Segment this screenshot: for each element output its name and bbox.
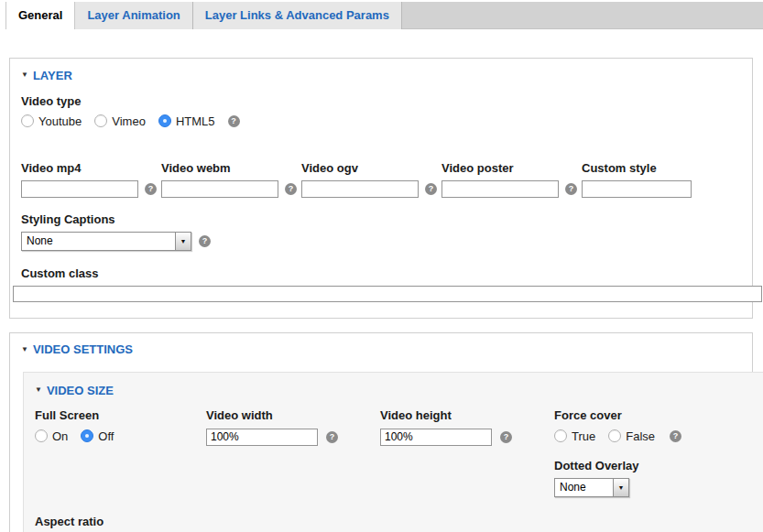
radio-label: False [626,429,655,443]
aspect-ratio-field: Aspect ratio 16:9 ▼ [35,515,753,532]
video-size-fieldset: ▼ VIDEO SIZE Full Screen On Off [23,372,763,532]
styling-captions-selected-value: None [22,233,175,250]
video-type-radio-group: Youtube Vimeo HTML5 ? [21,114,741,128]
tab-general[interactable]: General [5,2,75,29]
video-poster-input[interactable] [441,180,559,198]
video-height-label: Video height [380,408,554,422]
video-ogv-input[interactable] [301,180,419,198]
video-size-title: VIDEO SIZE [47,384,114,397]
video-poster-label: Video poster [441,161,582,175]
force-cover-label: Force cover [554,408,681,422]
tab-bar: General Layer Animation Layer Links & Ad… [0,0,763,29]
video-poster-field: Video poster ? [441,161,582,198]
radio-option-on[interactable]: On [35,429,68,443]
layer-fieldset: ▼ LAYER Video type Youtube Vimeo HTML5 ? [9,58,753,319]
full-screen-radio-group: On Off [35,429,206,443]
video-webm-input[interactable] [161,180,278,198]
dropdown-arrow-icon[interactable]: ▼ [175,233,191,250]
radio-icon[interactable] [35,429,48,442]
dotted-overlay-label: Dotted Overlay [554,459,753,472]
radio-option-off[interactable]: Off [81,429,114,443]
video-mp4-input[interactable] [21,180,138,198]
help-icon[interactable]: ? [565,183,577,195]
full-screen-field: Full Screen On Off [35,408,206,446]
video-source-fields-row: Video mp4 ? Video webm ? Video ogv ? [21,161,741,198]
custom-class-label: Custom class [21,266,741,280]
radio-label: Vimeo [112,114,146,128]
force-cover-field: Force cover True False ? [554,408,681,446]
radio-label: True [572,429,595,443]
video-settings-title: VIDEO SETTINGS [33,342,133,356]
tab-layer-animation[interactable]: Layer Animation [75,2,192,29]
force-cover-radio-group: True False ? [554,429,681,443]
dotted-overlay-select[interactable]: None ▼ [554,478,629,497]
layer-fieldset-title: LAYER [33,69,72,82]
help-icon[interactable]: ? [670,430,681,442]
video-settings-fieldset: ▼ VIDEO SETTINGS ▼ VIDEO SIZE Full Scree… [9,332,753,532]
radio-icon[interactable] [21,114,34,127]
radio-icon[interactable] [608,429,621,442]
video-webm-label: Video webm [161,161,301,175]
help-icon[interactable]: ? [199,235,211,247]
collapse-arrow-icon: ▼ [35,386,42,394]
tab-bar-filler [402,2,763,29]
custom-style-input[interactable] [582,180,692,198]
radio-icon[interactable] [81,429,93,442]
video-size-legend[interactable]: ▼ VIDEO SIZE [35,384,114,397]
video-width-field: Video width ? [206,408,380,446]
radio-option-true[interactable]: True [554,429,595,443]
radio-label: Youtube [38,114,82,128]
custom-class-field: Custom class [21,266,741,302]
dropdown-arrow-icon[interactable]: ▼ [613,479,628,496]
custom-style-label: Custom style [582,161,722,175]
full-screen-label: Full Screen [35,408,206,422]
video-settings-legend[interactable]: ▼ VIDEO SETTINGS [21,342,133,356]
radio-label: HTML5 [176,114,215,128]
radio-option-vimeo[interactable]: Vimeo [94,114,146,128]
tab-layer-links-advanced-params[interactable]: Layer Links & Advanced Params [193,2,402,29]
styling-captions-label: Styling Captions [21,212,741,226]
dotted-overlay-selected-value: None [555,479,613,496]
video-width-input[interactable] [206,429,318,446]
help-icon[interactable]: ? [145,183,157,195]
styling-captions-select[interactable]: None ▼ [21,232,191,251]
radio-option-html5[interactable]: HTML5 [158,114,215,128]
radio-label: Off [98,429,114,443]
video-webm-field: Video webm ? [161,161,301,198]
collapse-arrow-icon: ▼ [21,71,28,79]
video-mp4-label: Video mp4 [21,161,161,175]
custom-style-field: Custom style [582,161,722,198]
video-ogv-field: Video ogv ? [301,161,441,198]
video-type-label: Video type [21,94,741,108]
settings-page: General Layer Animation Layer Links & Ad… [0,0,763,532]
help-icon[interactable]: ? [500,431,512,443]
video-ogv-label: Video ogv [301,161,441,175]
video-type-field: Video type Youtube Vimeo HTML5 ? [21,94,741,128]
custom-class-input[interactable] [13,286,762,302]
help-icon[interactable]: ? [228,115,240,127]
help-icon[interactable]: ? [425,183,437,195]
video-height-input[interactable] [380,429,492,446]
radio-icon[interactable] [158,114,171,127]
radio-option-false[interactable]: False [608,429,655,443]
aspect-ratio-label: Aspect ratio [35,515,753,528]
radio-icon[interactable] [554,429,567,442]
help-icon[interactable]: ? [326,431,338,443]
styling-captions-field: Styling Captions None ▼ ? [21,212,741,251]
radio-label: On [52,429,68,443]
layer-fieldset-legend[interactable]: ▼ LAYER [21,69,72,82]
radio-option-youtube[interactable]: Youtube [21,114,82,128]
dotted-overlay-field: Dotted Overlay None ▼ [554,459,753,497]
video-mp4-field: Video mp4 ? [21,161,161,198]
video-size-row: Full Screen On Off Video width [35,408,753,446]
help-icon[interactable]: ? [285,183,297,195]
radio-icon[interactable] [94,114,107,127]
collapse-arrow-icon: ▼ [21,346,28,353]
video-width-label: Video width [206,408,380,422]
video-height-field: Video height ? [380,408,554,446]
